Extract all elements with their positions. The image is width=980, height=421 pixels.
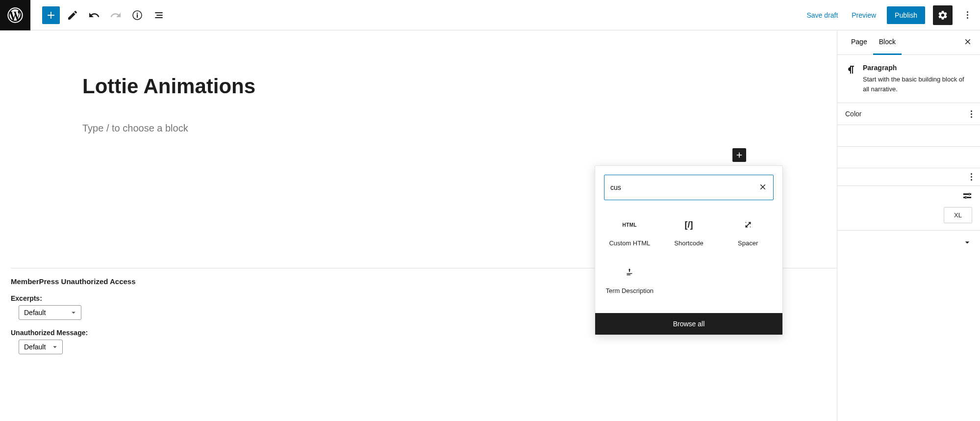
close-icon [758,183,767,191]
paragraph-icon [845,64,857,94]
top-toolbar: Save draft Preview Publish [0,0,980,30]
excerpts-select[interactable]: Default [19,305,81,320]
more-vertical-icon [971,173,972,181]
settings-sidebar: Page Block Paragraph Start with the basi… [837,30,980,421]
document-outline-button[interactable] [150,6,168,24]
term-description-icon [624,267,635,278]
block-result-label: Shortcode [674,239,703,248]
block-result-shortcode[interactable]: [/] Shortcode [659,209,719,257]
gear-icon [937,10,948,21]
wordpress-icon [7,7,23,23]
paragraph-block-placeholder[interactable]: Type / to choose a block [82,123,807,134]
block-search-input[interactable] [610,184,758,191]
clear-search-button[interactable] [758,183,767,193]
custom-size-toggle-row [837,186,980,207]
color-panel-options-button[interactable] [971,110,972,118]
more-vertical-icon [971,110,972,118]
block-description: Start with the basic building block of a… [863,75,972,94]
block-result-spacer[interactable]: Spacer [718,209,778,257]
redo-icon [110,9,122,21]
block-search-field[interactable] [604,175,774,200]
svg-point-2 [969,193,970,195]
page-title[interactable]: Lottie Animations [82,75,807,98]
browse-all-button[interactable]: Browse all [595,313,782,335]
typography-options-button[interactable] [971,173,972,181]
redo-button[interactable] [107,6,125,24]
editor-tools [30,6,168,24]
tab-block[interactable]: Block [873,30,902,55]
block-result-label: Spacer [738,239,758,248]
pencil-icon [67,9,78,21]
tab-page[interactable]: Page [845,30,873,55]
info-icon [131,9,143,21]
block-result-custom-html[interactable]: HTML Custom HTML [600,209,659,257]
chevron-down-icon [962,237,972,247]
undo-button[interactable] [85,6,103,24]
block-info: Paragraph Start with the basic building … [837,55,980,103]
shortcode-icon: [/] [684,218,693,232]
wordpress-logo[interactable] [0,0,30,30]
advanced-panel-toggle[interactable] [837,231,980,254]
inline-add-block-button[interactable] [732,148,746,162]
block-name: Paragraph [863,64,972,72]
block-result-label: Term Description [606,287,654,295]
settings-button[interactable] [933,5,953,25]
spacer-icon [743,219,754,230]
editor-canvas[interactable]: Lottie Animations Type / to choose a blo… [0,30,837,421]
block-inserter-popover: HTML Custom HTML [/] Shortcode Spacer Te… [595,165,783,335]
undo-icon [88,9,100,21]
panel-row[interactable] [837,147,980,168]
font-size-xl-button[interactable]: XL [944,207,972,223]
typography-options-row [837,168,980,186]
publish-button[interactable]: Publish [887,6,925,24]
preview-button[interactable]: Preview [849,7,879,23]
plus-icon [45,9,57,21]
unauthorized-message-select[interactable]: Default [19,340,63,354]
block-result-label: Custom HTML [609,239,650,248]
block-result-term-description[interactable]: Term Description [600,257,659,304]
svg-point-3 [965,197,967,198]
edit-mode-button[interactable] [64,6,81,24]
options-more-button[interactable] [960,5,974,25]
save-draft-button[interactable]: Save draft [804,7,841,23]
more-vertical-icon [967,11,968,19]
html-icon: HTML [622,222,637,228]
color-panel-title: Color [845,110,861,118]
sidebar-tabs: Page Block [837,30,980,55]
document-info-button[interactable] [128,6,146,24]
close-icon [963,37,972,46]
add-block-button[interactable] [42,6,60,24]
color-panel: Color [837,103,980,125]
plus-icon [735,151,744,159]
header-actions: Save draft Preview Publish [804,5,980,25]
sliders-icon [962,191,972,201]
custom-size-toggle-button[interactable] [962,191,972,202]
close-sidebar-button[interactable] [963,37,972,48]
outline-icon [153,9,165,21]
panel-row[interactable] [837,125,980,147]
